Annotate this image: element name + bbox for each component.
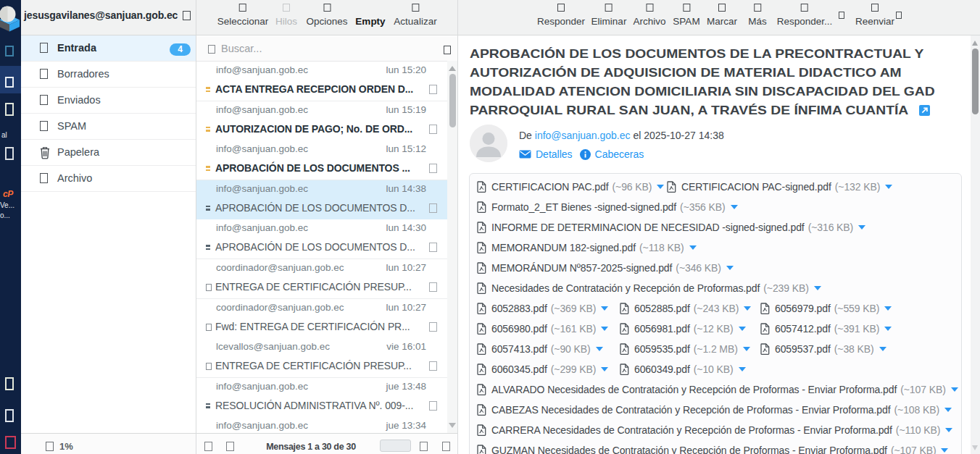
message-row[interactable]: info@sanjuan.gob.eclun 14:30APROBACIÓN D… [196, 219, 447, 259]
attachment-dropdown-icon[interactable] [743, 347, 750, 351]
attachment-dropdown-icon[interactable] [657, 185, 664, 189]
rail-icon-6[interactable] [5, 409, 14, 422]
detalles-link[interactable]: Detalles [519, 148, 573, 160]
attachment-name[interactable]: 6052885.pdf [634, 303, 690, 314]
attachment-item[interactable]: 6059535.pdf(~1.2 MB) [620, 343, 760, 355]
toolbar-button-actualizar[interactable]: Actualizar [394, 4, 436, 27]
attachment-item[interactable]: CARRERA Necesidades de Contratación y Re… [477, 424, 952, 436]
attachment-name[interactable]: ALVARADO Necesidades de Contratación y R… [491, 384, 897, 395]
attachment-dropdown-icon[interactable] [601, 327, 608, 331]
toolbar-button-spam[interactable]: SPAM [673, 4, 699, 27]
attachment-name[interactable]: 6052883.pdf [491, 303, 547, 314]
message-row[interactable]: info@sanjuan.gob.eclun 15:20ACTA ENTREGA… [196, 62, 447, 101]
attachment-name[interactable]: Necesidades de Contratación y Recepción … [491, 282, 760, 294]
message-checkbox[interactable] [429, 203, 437, 213]
message-checkbox[interactable] [429, 322, 437, 332]
message-row[interactable]: coordinador@sanjuan.gob.eclun 10:27ENTRE… [196, 259, 447, 299]
attachment-item[interactable]: 6056979.pdf(~559 KB) [760, 303, 892, 314]
rail-icon-1[interactable] [5, 46, 14, 56]
attachment-name[interactable]: CERTIFICACION PAC.pdf [491, 181, 609, 193]
attachment-dropdown-icon[interactable] [879, 347, 886, 351]
message-checkbox[interactable] [429, 401, 437, 411]
message-checkbox[interactable] [429, 164, 437, 173]
scroll-down-arrow[interactable] [449, 423, 456, 428]
message-row[interactable]: coordinador@sanjuan.gob.eclun 10:27Fwd: … [196, 299, 447, 339]
rail-icon-3[interactable] [5, 103, 14, 116]
message-row[interactable]: info@sanjuan.gob.eclun 15:12APROBACIÓN D… [196, 140, 447, 180]
attachment-dropdown-icon[interactable] [739, 327, 746, 331]
app-logo-icon[interactable] [0, 2, 22, 34]
rail-icon-5[interactable] [5, 377, 14, 390]
toolbar-button-seleccionar[interactable]: Seleccionar [217, 4, 269, 27]
folder-item-archivo[interactable]: Archivo [21, 166, 196, 192]
attachment-name[interactable]: 6056981.pdf [634, 323, 690, 335]
cabeceras-link[interactable]: Cabeceras [580, 148, 644, 160]
attachment-name[interactable]: 6060345.pdf [491, 363, 547, 375]
attachment-item[interactable]: Formato_2_ET Bienes -signed-signed.pdf(~… [477, 201, 738, 213]
attachment-name[interactable]: MEMORANDUM 182-signed.pdf [491, 242, 636, 253]
toolbar-button-opciones[interactable]: Opciones [306, 4, 347, 27]
attachment-dropdown-icon[interactable] [884, 327, 892, 331]
last-page-icon[interactable] [442, 442, 450, 451]
attachment-name[interactable]: 6057412.pdf [775, 323, 831, 335]
message-row[interactable]: info@sanjuan.gob.eclun 14:38APROBACIÓN D… [196, 180, 447, 220]
message-list-scrollbar[interactable] [447, 61, 457, 433]
account-header[interactable]: jesusgavilanes@sanjuan.gob.ec [24, 9, 191, 21]
message-checkbox[interactable] [429, 85, 437, 94]
account-dropdown-icon[interactable] [183, 11, 191, 20]
toolbar-button-archivo[interactable]: Archivo [633, 4, 665, 27]
attachment-item[interactable]: 6059537.pdf(~38 KB) [760, 343, 886, 355]
attachment-dropdown-icon[interactable] [744, 306, 751, 311]
folder-item-papelera[interactable]: Papelera [21, 140, 196, 166]
message-checkbox[interactable] [429, 361, 437, 371]
rail-icon-4[interactable] [5, 147, 14, 160]
attachment-item[interactable]: INFORME DE DETERMINACION DE NECESIDAD -s… [477, 222, 865, 233]
attachment-item[interactable]: ALVARADO Necesidades de Contratación y R… [477, 384, 958, 395]
attachment-dropdown-icon[interactable] [689, 245, 697, 250]
attachment-name[interactable]: 6057413.pdf [491, 343, 547, 355]
attachment-item[interactable]: 6052883.pdf(~369 KB) [477, 303, 620, 314]
folder-item-spam[interactable]: SPAM [21, 114, 196, 140]
page-number-input[interactable] [380, 440, 411, 452]
attachment-item[interactable]: Necesidades de Contratación y Recepción … [477, 282, 821, 294]
attachment-item[interactable]: CERTIFICACION PAC-signed.pdf(~132 KB) [667, 181, 892, 193]
rail-icon-7-red[interactable] [5, 436, 16, 449]
attachment-name[interactable]: 6056980.pdf [491, 323, 547, 335]
attachment-dropdown-icon[interactable] [601, 367, 608, 371]
attachment-item[interactable]: CERTIFICACION PAC.pdf(~96 KB) [477, 181, 667, 193]
attachment-dropdown-icon[interactable] [941, 448, 948, 453]
toolbar-button-empty[interactable]: Empty [355, 4, 385, 27]
folder-item-enviados[interactable]: Enviados [21, 88, 196, 114]
dropdown-caret-icon[interactable] [896, 12, 902, 19]
search-icon[interactable] [208, 45, 215, 54]
folder-item-borradores[interactable]: Borradores [21, 62, 196, 88]
message-checkbox[interactable] [429, 282, 437, 292]
search-options-icon[interactable] [444, 46, 451, 54]
scroll-up-arrow[interactable] [972, 41, 978, 46]
rail-icon-2-active[interactable] [5, 77, 14, 88]
attachment-dropdown-icon[interactable] [858, 225, 865, 230]
sender-email-link[interactable]: info@sanjuan.gob.ec [535, 130, 631, 141]
attachment-name[interactable]: 6059537.pdf [775, 343, 831, 355]
attachment-item[interactable]: MEMORANDUM 182-signed.pdf(~118 KB) [477, 242, 697, 253]
message-checkbox[interactable] [429, 243, 437, 252]
message-row[interactable]: lcevallos@sanjuan.gob.ecvie 16:01ENTREGA… [196, 338, 447, 378]
open-in-new-icon[interactable] [919, 105, 930, 116]
attachment-name[interactable]: 6059535.pdf [634, 343, 690, 355]
attachment-name[interactable]: 6060349.pdf [634, 363, 690, 375]
attachment-dropdown-icon[interactable] [884, 306, 892, 311]
toolbar-button-responder[interactable]: Responder [537, 4, 585, 27]
next-page-icon[interactable] [420, 442, 428, 451]
attachment-item[interactable]: 6052885.pdf(~243 KB) [620, 303, 760, 314]
message-row[interactable]: info@sanjuan.gob.ecjue 13:48RESOLUCIÓN A… [196, 378, 447, 418]
attachment-dropdown-icon[interactable] [596, 347, 603, 351]
attachment-item[interactable]: GUZMAN Necesidades de Contratación y Rec… [477, 445, 948, 454]
attachment-dropdown-icon[interactable] [885, 185, 892, 189]
cpanel-logo[interactable]: cP [3, 189, 13, 199]
attachment-dropdown-icon[interactable] [814, 286, 821, 290]
attachment-name[interactable]: CABEZAS Necesidades de Contratación y Re… [491, 404, 891, 416]
attachment-dropdown-icon[interactable] [945, 428, 952, 432]
attachment-item[interactable]: 6060345.pdf(~299 KB) [477, 363, 620, 375]
attachment-item[interactable]: MEMORÁNDUM Nº857-2025-signed.pdf(~346 KB… [477, 262, 734, 274]
attachment-name[interactable]: CARRERA Necesidades de Contratación y Re… [491, 424, 892, 436]
